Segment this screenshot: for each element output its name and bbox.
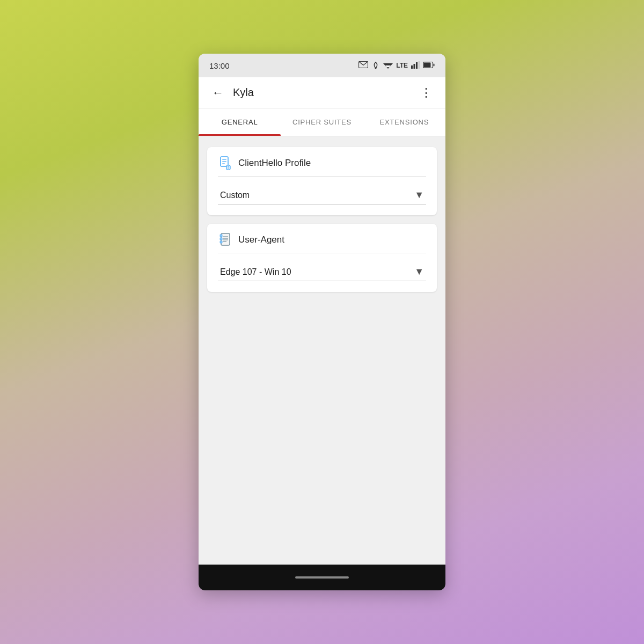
svg-rect-6 bbox=[414, 64, 415, 69]
svg-rect-7 bbox=[416, 62, 418, 69]
bottom-bar bbox=[199, 565, 445, 590]
clienthello-dropdown[interactable]: Custom ▼ bbox=[218, 184, 426, 204]
useragent-title: User-Agent bbox=[238, 235, 284, 245]
svg-rect-18 bbox=[228, 168, 229, 169]
more-options-button[interactable]: ⋮ bbox=[415, 82, 437, 104]
clienthello-card: ClientHello Profile Custom ▼ bbox=[207, 147, 437, 215]
signal-icon bbox=[411, 61, 420, 70]
useragent-value: Edge 107 - Win 10 bbox=[220, 267, 291, 277]
app-bar: ← Kyla ⋮ bbox=[199, 77, 445, 108]
mail-icon bbox=[358, 61, 368, 70]
clienthello-title: ClientHello Profile bbox=[238, 158, 311, 169]
lte-label: LTE bbox=[396, 62, 408, 69]
svg-rect-26 bbox=[220, 241, 222, 243]
svg-marker-4 bbox=[387, 67, 389, 69]
svg-rect-13 bbox=[222, 159, 226, 160]
svg-rect-17 bbox=[228, 166, 229, 167]
clienthello-icon bbox=[218, 156, 233, 171]
useragent-card-header: User-Agent bbox=[218, 232, 426, 253]
back-button[interactable]: ← bbox=[207, 82, 229, 104]
status-icons: LTE bbox=[358, 61, 435, 71]
tab-general[interactable]: GENERAL bbox=[199, 108, 281, 136]
wifi-icon bbox=[383, 61, 393, 70]
clienthello-value: Custom bbox=[220, 191, 250, 200]
svg-rect-24 bbox=[220, 235, 222, 237]
more-dots-icon: ⋮ bbox=[420, 86, 433, 100]
tab-extensions[interactable]: EXTENSIONS bbox=[363, 108, 445, 136]
phone-frame: 13:00 bbox=[199, 54, 445, 590]
battery-icon bbox=[423, 62, 435, 70]
svg-rect-15 bbox=[222, 163, 225, 164]
useragent-dropdown-arrow: ▼ bbox=[414, 266, 424, 277]
useragent-dropdown[interactable]: Edge 107 - Win 10 ▼ bbox=[218, 261, 426, 281]
back-arrow-icon: ← bbox=[212, 86, 224, 100]
svg-rect-5 bbox=[411, 65, 413, 69]
home-indicator bbox=[295, 576, 349, 579]
content-area: ClientHello Profile Custom ▼ bbox=[199, 136, 445, 565]
tab-cipher-suites[interactable]: CIPHER SUITES bbox=[281, 108, 363, 136]
tab-bar: GENERAL CIPHER SUITES EXTENSIONS bbox=[199, 108, 445, 136]
svg-rect-8 bbox=[419, 61, 420, 69]
svg-rect-14 bbox=[222, 161, 226, 162]
app-title: Kyla bbox=[233, 86, 415, 99]
svg-point-1 bbox=[375, 67, 377, 69]
svg-rect-10 bbox=[434, 63, 435, 66]
status-bar: 13:00 bbox=[199, 54, 445, 77]
useragent-card: User-Agent Edge 107 - Win 10 ▼ bbox=[207, 224, 437, 292]
svg-rect-25 bbox=[220, 238, 222, 240]
clienthello-card-header: ClientHello Profile bbox=[218, 156, 426, 177]
svg-rect-16 bbox=[226, 165, 230, 170]
nfc-icon bbox=[371, 61, 380, 71]
svg-rect-11 bbox=[424, 62, 431, 67]
status-time: 13:00 bbox=[209, 61, 230, 70]
clienthello-dropdown-arrow: ▼ bbox=[414, 189, 424, 201]
useragent-icon bbox=[218, 232, 233, 247]
